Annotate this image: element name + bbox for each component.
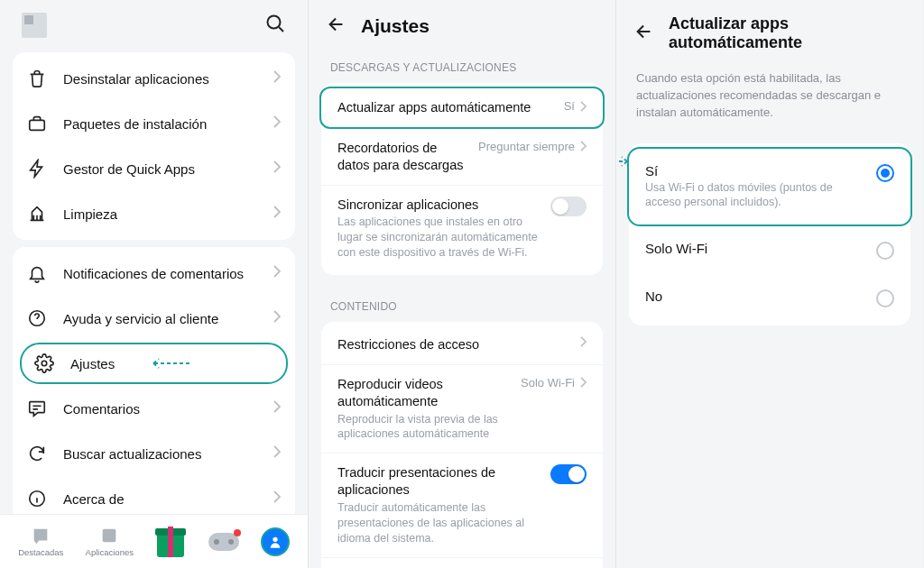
switch-off[interactable] — [550, 197, 587, 216]
menu-quickapps[interactable]: Gestor de Quick Apps — [13, 146, 295, 191]
setting-subtitle: Traducir automáticamente las presentacio… — [337, 500, 543, 546]
menu-item-label: Ajustes — [70, 356, 115, 371]
section-heading: DESCARGAS Y ACTUALIZACIONES — [309, 43, 615, 81]
chevron-right-icon — [273, 70, 281, 87]
svg-point-0 — [268, 16, 281, 29]
back-icon[interactable] — [327, 14, 346, 38]
tab-label: Destacadas — [18, 547, 63, 557]
help-icon — [27, 308, 47, 328]
callout-arrow-icon — [615, 155, 634, 168]
menu-item-label: Buscar actualizaciones — [63, 446, 201, 462]
trash-icon — [27, 69, 47, 88]
tab-gift[interactable] — [155, 527, 186, 557]
page-title: Actualizar apps automáticamente — [669, 14, 905, 52]
quick-icon — [27, 159, 47, 179]
option-wifi[interactable]: Solo Wi-Fi — [629, 226, 910, 274]
setting-autoplay[interactable]: Reproducir videos automáticamente Reprod… — [321, 365, 603, 453]
bottom-nav: Destacadas Aplicaciones — [0, 514, 308, 568]
search-icon[interactable] — [264, 13, 286, 38]
radio-selected[interactable] — [876, 164, 894, 182]
menu-group-1: Desinstalar aplicaciones Paquetes de ins… — [13, 52, 295, 240]
tab-games[interactable] — [208, 533, 239, 551]
info-icon — [27, 489, 47, 508]
broom-icon — [27, 204, 47, 224]
tab-featured[interactable]: Destacadas — [18, 526, 63, 557]
setting-sync[interactable]: Sincronizar aplicaciones Las aplicacione… — [321, 186, 603, 271]
avatar[interactable] — [22, 13, 47, 38]
option-desc: Usa Wi-Fi o datos móviles (puntos de acc… — [645, 180, 865, 211]
chevron-right-icon — [273, 490, 281, 507]
comment-icon — [27, 399, 47, 418]
menu-item-label: Limpieza — [63, 206, 117, 222]
tab-apps[interactable]: Aplicaciones — [86, 526, 134, 557]
setting-title: Sincronizar aplicaciones — [337, 197, 543, 214]
menu-item-label: Acerca de — [63, 491, 125, 507]
briefcase-icon — [27, 114, 47, 133]
chevron-right-icon — [273, 445, 281, 462]
chevron-right-icon — [273, 206, 281, 222]
refresh-icon — [27, 444, 47, 463]
svg-point-4 — [42, 361, 47, 366]
menu-item-label: Ayuda y servicio al cliente — [63, 311, 218, 326]
menu-group-2: Notificaciones de comentarios Ayuda y se… — [13, 247, 295, 525]
switch-on[interactable] — [550, 464, 587, 484]
menu-notifications[interactable]: Notificaciones de comentarios — [13, 251, 295, 296]
setting-subtitle: Las aplicaciones que instales en otro lu… — [337, 215, 543, 261]
page-description: Cuando esta opción está habilitada, las … — [616, 58, 923, 136]
radio[interactable] — [876, 242, 894, 260]
setting-value: Solo Wi-Fi — [521, 376, 575, 389]
gear-icon — [34, 353, 54, 373]
setting-title: Restricciones de acceso — [337, 336, 573, 353]
option-title: Sí — [645, 163, 865, 179]
back-icon[interactable] — [634, 22, 654, 45]
section-heading: CONTENIDO — [309, 282, 615, 320]
svg-point-6 — [273, 536, 277, 541]
menu-item-label: Gestor de Quick Apps — [63, 161, 195, 177]
option-no[interactable]: No — [629, 274, 910, 322]
menu-item-label: Desinstalar aplicaciones — [63, 71, 209, 87]
chevron-right-icon — [273, 160, 281, 177]
svg-line-1 — [279, 27, 283, 32]
setting-reminders[interactable]: Recordatorios de datos para descargas Pr… — [321, 129, 603, 186]
setting-restrictions[interactable]: Restricciones de acceso — [321, 325, 603, 365]
tab-me[interactable] — [261, 527, 290, 556]
menu-item-label: Notificaciones de comentarios — [63, 266, 244, 281]
menu-help[interactable]: Ayuda y servicio al cliente — [13, 296, 295, 341]
page-title: Ajustes — [361, 15, 430, 37]
setting-translate[interactable]: Traducir presentaciones de aplicaciones … — [321, 453, 603, 557]
menu-cleanup[interactable]: Limpieza — [13, 191, 295, 236]
setting-title: Recordatorios de datos para descargas — [337, 140, 471, 174]
setting-ratings[interactable]: Calificaciones dentro de — [321, 558, 603, 568]
chevron-right-icon — [273, 310, 281, 326]
setting-auto-update[interactable]: Actualizar apps automáticamente Sí — [319, 87, 605, 129]
option-yes[interactable]: Sí Usa Wi-Fi o datos móviles (puntos de … — [627, 147, 912, 227]
menu-packages[interactable]: Paquetes de instalación — [13, 101, 295, 146]
menu-updates[interactable]: Buscar actualizaciones — [13, 431, 295, 476]
tab-label: Aplicaciones — [86, 547, 134, 557]
option-title: No — [645, 289, 865, 304]
menu-uninstall[interactable]: Desinstalar aplicaciones — [13, 56, 295, 101]
setting-value: Sí — [564, 99, 575, 113]
setting-value: Preguntar siempre — [478, 140, 575, 153]
menu-settings[interactable]: Ajustes — [20, 343, 288, 384]
setting-subtitle: Reproducir la vista previa de las aplica… — [337, 412, 513, 443]
bell-icon — [27, 263, 47, 283]
chevron-right-icon — [273, 265, 281, 281]
option-title: Solo Wi-Fi — [645, 241, 865, 256]
chevron-right-icon — [273, 400, 281, 417]
menu-comments[interactable]: Comentarios — [13, 386, 295, 431]
svg-rect-2 — [30, 120, 45, 130]
setting-title: Traducir presentaciones de aplicaciones — [337, 464, 543, 499]
callout-arrow-icon — [146, 358, 191, 369]
radio[interactable] — [876, 289, 894, 307]
menu-item-label: Paquetes de instalación — [63, 116, 207, 132]
chevron-right-icon — [273, 115, 281, 132]
menu-item-label: Comentarios — [63, 401, 140, 417]
setting-title: Actualizar apps automáticamente — [337, 99, 557, 116]
setting-title: Reproducir videos automáticamente — [337, 376, 513, 410]
